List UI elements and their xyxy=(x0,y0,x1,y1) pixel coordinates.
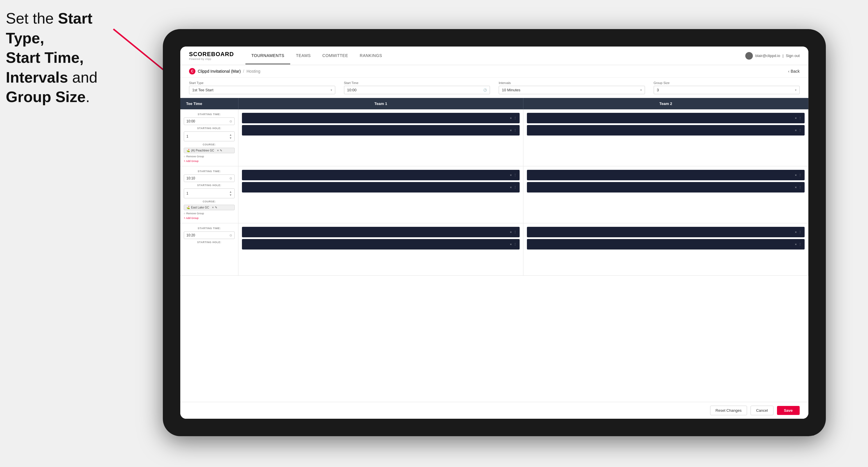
slot-x-icon[interactable]: × xyxy=(510,173,512,177)
cancel-button[interactable]: Cancel xyxy=(750,406,773,415)
course-name-1: (A) Peachtree GC xyxy=(191,149,214,152)
breadcrumb-icon: C xyxy=(189,68,195,74)
slot-x-icon[interactable]: × xyxy=(795,173,797,177)
group-size-value: 3 xyxy=(657,88,659,92)
intervals-chevron-icon: ▾ xyxy=(640,88,642,92)
course-edit-icon-2[interactable]: ✎ xyxy=(215,206,217,209)
starting-time-input-2[interactable]: 10:10 ⊙ xyxy=(184,175,235,182)
clock-icon-3: ⊙ xyxy=(229,234,232,237)
sign-out-link[interactable]: Sign out xyxy=(786,54,800,58)
clock-icon-2: ⊙ xyxy=(229,177,232,180)
table-row: STARTING TIME: 10:00 ⊙ STARTING HOLE: 1 … xyxy=(180,109,808,166)
group-size-select[interactable]: 3 ▾ xyxy=(654,86,800,94)
course-remove-x-1[interactable]: × xyxy=(217,149,219,152)
player-slot: × ⋮ xyxy=(242,239,520,249)
tee-time-col-1: STARTING TIME: 10:00 ⊙ STARTING HOLE: 1 … xyxy=(180,109,239,166)
starting-time-label-2: STARTING TIME: xyxy=(184,170,235,173)
player-slot: × ⋮ xyxy=(242,170,520,180)
slot-dots-icon[interactable]: ⋮ xyxy=(514,243,517,246)
breadcrumb-bar: C Clippd Invitational (Mar) / Hosting ‹ … xyxy=(180,65,808,77)
slot-dots-icon[interactable]: ⋮ xyxy=(514,128,517,132)
nav-separator: | xyxy=(782,54,783,58)
logo-text: SCOREBOARD xyxy=(189,51,234,57)
starting-hole-input-2[interactable]: 1 ▲▼ xyxy=(184,188,235,198)
instruction-bold1: Start Type, xyxy=(6,10,92,46)
starting-time-input-1[interactable]: 10:00 ⊙ xyxy=(184,118,235,125)
course-edit-icon-1[interactable]: ✎ xyxy=(220,149,222,152)
breadcrumb: C Clippd Invitational (Mar) / Hosting xyxy=(189,68,260,74)
reset-changes-button[interactable]: Reset Changes xyxy=(710,406,747,415)
slot-dots-icon[interactable]: ⋮ xyxy=(799,116,802,120)
slot-x-icon[interactable]: × xyxy=(510,186,512,189)
slot-x-icon[interactable]: × xyxy=(795,230,797,234)
tee-time-col-2: STARTING TIME: 10:10 ⊙ STARTING HOLE: 1 … xyxy=(180,166,239,223)
nav-right: blair@clippd.io | Sign out xyxy=(745,52,800,60)
back-button[interactable]: ‹ Back xyxy=(788,69,800,73)
slot-dots-icon[interactable]: ⋮ xyxy=(514,173,517,177)
footer-bar: Reset Changes Cancel Save xyxy=(180,402,808,419)
breadcrumb-tournament[interactable]: Clippd Invitational (Mar) xyxy=(198,69,241,73)
tee-time-col-3: STARTING TIME: 10:20 ⊙ STARTING HOLE: xyxy=(180,223,239,275)
add-group-2[interactable]: + Add Group xyxy=(184,217,235,220)
slot-x-icon[interactable]: × xyxy=(795,128,797,132)
logo-subtitle: Powered by clipp xyxy=(189,58,234,61)
slot-x-icon[interactable]: × xyxy=(795,186,797,189)
instruction-text: Set the Start Type, Start Time, Interval… xyxy=(6,9,128,107)
slot-x-icon[interactable]: × xyxy=(510,116,512,120)
remove-group-2[interactable]: ○ Remove Group xyxy=(184,212,235,215)
slot-dots-icon[interactable]: ⋮ xyxy=(514,186,517,189)
slot-x-icon[interactable]: × xyxy=(510,128,512,132)
slot-dots-icon[interactable]: ⋮ xyxy=(799,128,802,132)
table-header: Tee Time Team 1 Team 2 xyxy=(180,98,808,109)
starting-time-input-3[interactable]: 10:20 ⊙ xyxy=(184,231,235,239)
course-remove-x-2[interactable]: × xyxy=(212,206,214,209)
start-type-label: Start Type xyxy=(189,81,335,85)
nav-links: TOURNAMENTS TEAMS COMMITTEE RANKINGS xyxy=(245,48,745,64)
player-slot: × ⋮ xyxy=(242,182,520,192)
group-size-group: Group Size 3 ▾ xyxy=(654,81,800,94)
player-slot: × ⋮ xyxy=(527,182,805,192)
slot-x-icon[interactable]: × xyxy=(510,243,512,246)
player-slot: × ⋮ xyxy=(242,113,520,123)
instruction-bold3: Intervals xyxy=(6,69,68,86)
slot-dots-icon[interactable]: ⋮ xyxy=(514,116,517,120)
player-slot: × ⋮ xyxy=(527,125,805,135)
stepper-arrows-2[interactable]: ▲▼ xyxy=(229,190,232,196)
player-slot: × ⋮ xyxy=(242,227,520,237)
start-time-select[interactable]: 10:00 🕐 xyxy=(344,86,490,94)
nav-tab-teams[interactable]: TEAMS xyxy=(290,48,317,64)
intervals-select[interactable]: 10 Minutes ▾ xyxy=(499,86,645,94)
starting-hole-input-1[interactable]: 1 ▲▼ xyxy=(184,131,235,141)
slot-dots-icon[interactable]: ⋮ xyxy=(799,173,802,177)
clock-icon-1: ⊙ xyxy=(229,120,232,123)
slot-dots-icon[interactable]: ⋮ xyxy=(799,186,802,189)
stepper-arrows-1[interactable]: ▲▼ xyxy=(229,133,232,139)
add-group-1[interactable]: + Add Group xyxy=(184,160,235,162)
player-slot: × ⋮ xyxy=(242,125,520,135)
course-name-2: East Lake GC xyxy=(191,206,209,209)
th-team2: Team 2 xyxy=(523,98,808,109)
team1-col-3: × ⋮ × ⋮ xyxy=(239,223,523,275)
remove-circle-icon-1: ○ xyxy=(184,155,185,158)
nav-tab-rankings[interactable]: RANKINGS xyxy=(354,48,388,64)
nav-tab-tournaments[interactable]: TOURNAMENTS xyxy=(245,48,290,64)
group-size-chevron-icon: ▾ xyxy=(795,88,797,92)
slot-dots-icon[interactable]: ⋮ xyxy=(799,243,802,246)
player-slot: × ⋮ xyxy=(527,113,805,123)
start-type-select[interactable]: 1st Tee Start ▾ xyxy=(189,86,335,94)
nav-tab-committee[interactable]: COMMITTEE xyxy=(317,48,354,64)
slot-x-icon[interactable]: × xyxy=(510,230,512,234)
slot-dots-icon[interactable]: ⋮ xyxy=(514,230,517,234)
navbar: SCOREBOARD Powered by clipp TOURNAMENTS … xyxy=(180,46,808,65)
save-button[interactable]: Save xyxy=(777,406,800,415)
user-avatar xyxy=(745,52,753,60)
course-label-1: COURSE: xyxy=(184,143,235,146)
table-row: STARTING TIME: 10:10 ⊙ STARTING HOLE: 1 … xyxy=(180,166,808,223)
logo-area: SCOREBOARD Powered by clipp xyxy=(189,51,234,61)
slot-x-icon[interactable]: × xyxy=(795,243,797,246)
remove-group-1[interactable]: ○ Remove Group xyxy=(184,155,235,158)
slot-x-icon[interactable]: × xyxy=(795,116,797,120)
slot-dots-icon[interactable]: ⋮ xyxy=(799,230,802,234)
instruction-bold4: Group Size xyxy=(6,88,86,105)
starting-hole-label-3: STARTING HOLE: xyxy=(184,241,235,244)
